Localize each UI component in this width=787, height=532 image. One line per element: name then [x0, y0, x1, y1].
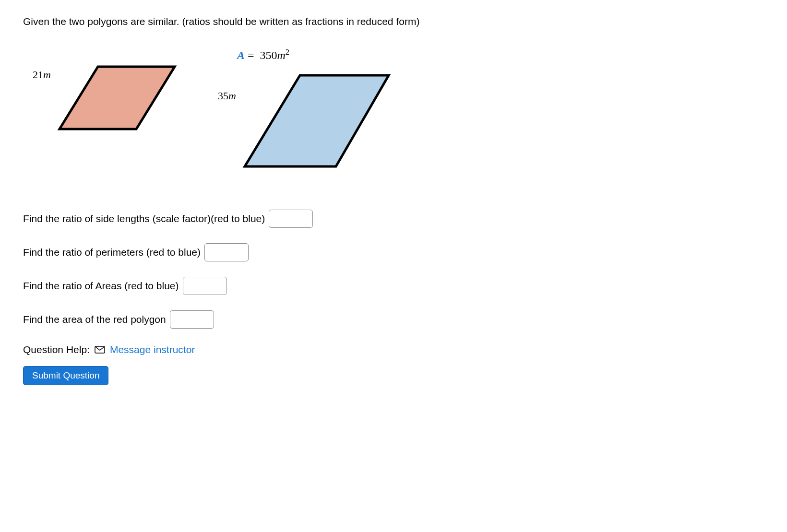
perimeter-ratio-input[interactable] — [204, 243, 249, 261]
svg-marker-1 — [245, 75, 389, 166]
blue-polygon-icon — [240, 71, 394, 171]
q4-label: Find the area of the red polygon — [23, 314, 166, 325]
red-side-label: 21m — [33, 62, 55, 81]
area-ratio-input[interactable] — [183, 277, 227, 295]
blue-side-label: 35m — [218, 71, 240, 102]
scale-factor-input[interactable] — [269, 210, 313, 228]
question-scale-factor: Find the ratio of side lengths (scale fa… — [23, 210, 764, 228]
question-area-ratio: Find the ratio of Areas (red to blue) — [23, 277, 764, 295]
q2-label: Find the ratio of perimeters (red to blu… — [23, 247, 201, 258]
message-instructor-link[interactable]: Message instructor — [110, 344, 195, 355]
submit-button[interactable]: Submit Question — [23, 366, 108, 385]
instruction-text: Given the two polygons are similar. (rat… — [23, 14, 764, 28]
q3-label: Find the ratio of Areas (red to blue) — [23, 280, 179, 292]
question-red-area: Find the area of the red polygon — [23, 310, 764, 329]
area-label: A = 350m2 — [237, 47, 289, 62]
red-area-input[interactable] — [170, 310, 214, 329]
polygons-figure: 21m A = 350m2 35m — [23, 47, 764, 171]
question-help-row: Question Help: Message instructor — [23, 344, 764, 355]
help-label: Question Help: — [23, 344, 90, 355]
blue-polygon-group: A = 350m2 35m — [199, 47, 394, 171]
question-perimeter-ratio: Find the ratio of perimeters (red to blu… — [23, 243, 764, 261]
red-polygon-group: 21m — [33, 47, 179, 134]
red-polygon-icon — [55, 62, 179, 134]
q1-label: Find the ratio of side lengths (scale fa… — [23, 213, 265, 225]
svg-marker-0 — [60, 67, 175, 129]
mail-icon — [95, 346, 105, 354]
